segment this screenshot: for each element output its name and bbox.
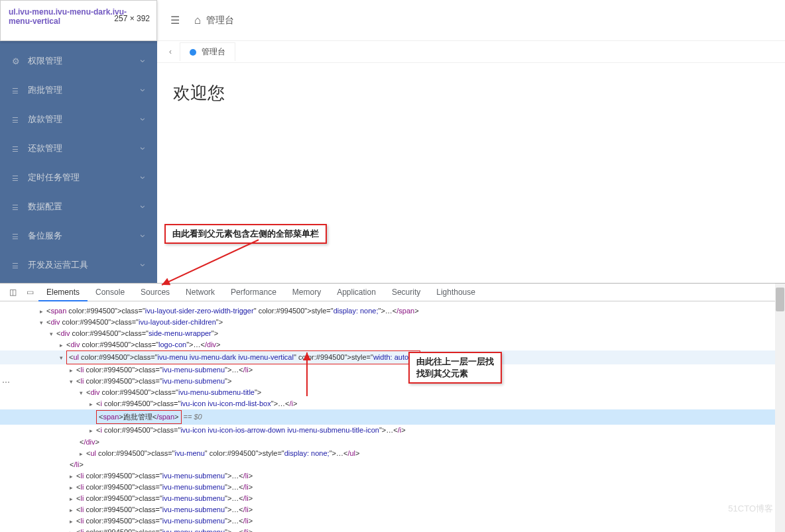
chevron-down-icon <box>142 143 145 154</box>
list-icon <box>12 260 21 270</box>
devtools-panel: ◫ ▭ Elements Console Sources Network Per… <box>0 283 785 532</box>
tooltip-dimensions: 257 × 392 <box>114 14 150 23</box>
list-icon <box>12 202 21 211</box>
dom-node[interactable]: <div color:#994500">class="logo-con">…</… <box>0 339 785 350</box>
sidebar-item-devtools[interactable]: 开发及运营工具 <box>0 250 157 280</box>
inspect-icon[interactable]: ◫ <box>4 284 21 301</box>
annotation-1: 由此看到父元素包含左侧的全部菜单栏 <box>164 224 327 244</box>
devtools-tabs: ◫ ▭ Elements Console Sources Network Per… <box>0 284 785 301</box>
list-icon <box>12 173 21 182</box>
dom-node[interactable]: <li color:#994500">class="ivu-menu-subme… <box>0 515 785 527</box>
dom-node[interactable]: <i color:#994500">class="ivu-icon ivu-ic… <box>0 425 785 436</box>
device-icon[interactable]: ▭ <box>21 284 38 301</box>
tabs-back-button[interactable]: ‹ <box>164 47 177 56</box>
dom-node[interactable]: <div color:#994500">class="side-menu-wra… <box>0 328 785 339</box>
dom-node[interactable]: <li color:#994500">class="ivu-menu-subme… <box>0 364 785 376</box>
menu-toggle-icon[interactable]: ☰ <box>170 14 180 27</box>
chevron-down-icon <box>142 201 145 212</box>
chevron-down-icon <box>142 56 145 66</box>
list-icon <box>12 115 21 124</box>
dom-node[interactable]: <li color:#994500">class="ivu-menu-subme… <box>0 493 785 504</box>
sidebar-menu: 权限管理 跑批管理 放款管理 还款管理 定时任务管理 数据配置 备位服务 开发及… <box>0 0 157 280</box>
welcome-heading: 欢迎您 <box>157 63 785 123</box>
dom-node[interactable]: <li color:#994500">class="ivu-menu-subme… <box>0 527 785 532</box>
dom-node[interactable]: <li color:#994500">class="ivu-menu-subme… <box>0 482 785 493</box>
home-icon[interactable] <box>194 14 201 27</box>
list-icon <box>12 144 21 153</box>
annotation-2: 由此往上一层一层找 找到其父元素 <box>408 352 502 384</box>
dom-tree[interactable]: <span color:#994500">class="ivu-layout-s… <box>0 301 785 532</box>
tab-label: 管理台 <box>202 46 225 58</box>
devtools-tab-elements[interactable]: Elements <box>38 284 88 301</box>
sidebar: ul.ivu-menu.ivu-menu-dark.ivu-menu-verti… <box>0 0 157 283</box>
scrollbar-thumb[interactable] <box>776 288 784 311</box>
devtools-tab-console[interactable]: Console <box>88 284 133 301</box>
list-icon <box>12 231 21 240</box>
element-inspector-tooltip: ul.ivu-menu.ivu-menu-dark.ivu-menu-verti… <box>0 0 157 41</box>
dom-node[interactable]: <li color:#994500">class="ivu-menu-subme… <box>0 376 785 387</box>
dom-node[interactable]: <li color:#994500">class="ivu-menu-subme… <box>0 504 785 515</box>
dom-node-highlight[interactable]: <ul color:#994500">class="ivu-menu ivu-m… <box>0 350 785 364</box>
dom-node[interactable]: <div color:#994500">class="ivu-menu-subm… <box>0 387 785 398</box>
dom-node[interactable]: <div color:#994500">class="ivu-layout-si… <box>0 317 785 328</box>
list-icon <box>12 85 21 95</box>
dom-node[interactable]: </li> <box>0 459 785 470</box>
ellipsis-icon: ⋯ <box>2 378 10 387</box>
sidebar-item-permissions[interactable]: 权限管理 <box>0 46 157 76</box>
header: ☰ 管理台 <box>157 0 785 41</box>
devtools-tab-lighthouse[interactable]: Lighthouse <box>428 284 483 301</box>
sidebar-item-loan[interactable]: 放款管理 <box>0 105 157 134</box>
tab-dot-icon <box>190 49 196 56</box>
devtools-tab-memory[interactable]: Memory <box>284 284 329 301</box>
sidebar-item-batch[interactable]: 跑批管理 <box>0 76 157 105</box>
sidebar-item-backup[interactable]: 备位服务 <box>0 221 157 250</box>
devtools-tab-sources[interactable]: Sources <box>133 284 178 301</box>
chevron-down-icon <box>142 85 145 95</box>
devtools-tab-performance[interactable]: Performance <box>223 284 284 301</box>
devtools-tab-security[interactable]: Security <box>384 284 428 301</box>
scrollbar[interactable] <box>775 284 785 532</box>
dom-node-selected[interactable]: <span>跑批管理</span> == $0 <box>0 409 785 425</box>
dom-node[interactable]: <span color:#994500">class="ivu-layout-s… <box>0 305 785 317</box>
dom-node[interactable]: <ul color:#994500">class="ivu-menu" colo… <box>0 448 785 459</box>
dom-node[interactable]: <li color:#994500">class="ivu-menu-subme… <box>0 470 785 482</box>
dom-node[interactable]: <i color:#994500">class="ivu-icon ivu-ic… <box>0 398 785 409</box>
gear-icon <box>12 56 21 66</box>
watermark: 51CTO博客 <box>728 503 773 515</box>
devtools-tab-network[interactable]: Network <box>178 284 223 301</box>
sidebar-item-config[interactable]: 数据配置 <box>0 192 157 221</box>
tooltip-selector: ul.ivu-menu.ivu-menu-dark.ivu-menu-verti… <box>9 7 127 26</box>
dom-node[interactable]: </div> <box>0 437 785 448</box>
tabs-row: ‹ 管理台 <box>157 41 785 63</box>
tab-dashboard[interactable]: 管理台 <box>180 42 235 61</box>
sidebar-item-scheduled[interactable]: 定时任务管理 <box>0 163 157 192</box>
devtools-tab-application[interactable]: Application <box>329 284 384 301</box>
chevron-down-icon <box>142 231 145 241</box>
sidebar-item-repay[interactable]: 还款管理 <box>0 134 157 163</box>
chevron-down-icon <box>142 260 145 270</box>
header-title: 管理台 <box>206 15 234 27</box>
chevron-down-icon <box>142 114 145 125</box>
chevron-down-icon <box>142 172 145 183</box>
